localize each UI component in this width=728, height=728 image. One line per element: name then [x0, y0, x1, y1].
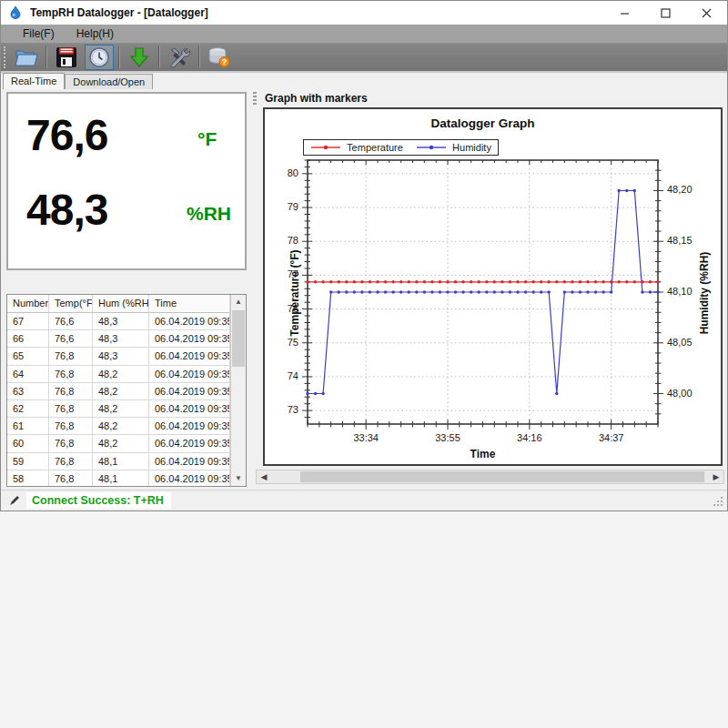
- left-axis-title: Temperature (°F): [288, 243, 301, 343]
- readout-panel: 76,6 °F 48,3 %RH: [6, 92, 247, 270]
- scroll-up-icon[interactable]: ▲: [231, 295, 246, 309]
- table-cell: 76,8: [49, 400, 93, 418]
- menu-help[interactable]: Help(H): [66, 25, 125, 44]
- table-cell: 06.04.2019 09:35:23: [149, 383, 230, 400]
- x-axis-title: Time: [308, 448, 658, 460]
- chart-title: Datalogger Graph: [308, 116, 658, 130]
- svg-text:?: ?: [222, 57, 228, 66]
- table-cell: 65: [7, 348, 49, 365]
- table-header-cell[interactable]: Number: [7, 295, 49, 313]
- table-cell: 48,3: [93, 313, 149, 330]
- table-row[interactable]: 6076,848,206.04.2019 09:35:16: [7, 435, 230, 452]
- table-row[interactable]: 6476,848,206.04.2019 09:35:25: [7, 366, 230, 383]
- graph-panel-header: Graph with markers: [265, 92, 368, 105]
- table-header-cell[interactable]: Time: [149, 295, 230, 313]
- toolbar-separator: [198, 46, 200, 68]
- y-right-tick-label: 48,05: [667, 337, 703, 348]
- y-right-tick-label: 48,15: [667, 235, 703, 246]
- clock-icon: [88, 46, 110, 68]
- table-cell: 59: [7, 453, 49, 470]
- table-row[interactable]: 6276,848,206.04.2019 09:35:21: [7, 400, 230, 418]
- menu-file[interactable]: File(F): [12, 25, 66, 44]
- table-cell: 48,2: [93, 366, 149, 383]
- app-window: TempRH Datalogger - [Datalogger] File(F)…: [0, 0, 728, 511]
- resize-grip-icon[interactable]: [712, 495, 724, 508]
- temperature-unit: °F: [197, 128, 217, 150]
- table-cell: 06.04.2019 09:35:27: [149, 348, 230, 365]
- table-row[interactable]: 6776,648,306.04.2019 09:35:31: [7, 313, 230, 330]
- table-row[interactable]: 6576,848,306.04.2019 09:35:27: [7, 348, 230, 365]
- scroll-right-icon[interactable]: ▶: [709, 470, 723, 483]
- title-bar: TempRH Datalogger - [Datalogger]: [1, 1, 727, 25]
- table-cell: 76,8: [49, 383, 93, 400]
- table-cell: 58: [7, 470, 49, 486]
- graph-scroll-thumb[interactable]: [300, 471, 704, 482]
- y-left-tick-label: 78: [275, 235, 298, 246]
- humidity-unit: %RH: [187, 203, 231, 225]
- table-row[interactable]: 6176,848,206.04.2019 09:35:18: [7, 418, 230, 435]
- table-scrollbar[interactable]: ▲ ▼: [230, 295, 246, 486]
- close-button[interactable]: [686, 1, 727, 25]
- temperature-value: 76,6: [26, 110, 107, 160]
- hammer-wrench-icon: [167, 46, 191, 68]
- scroll-down-icon[interactable]: ▼: [231, 471, 246, 486]
- toolbar-grip[interactable]: [4, 46, 6, 68]
- table-row[interactable]: 5976,848,106.04.2019 09:35:14: [7, 453, 230, 470]
- pane-splitter[interactable]: [253, 92, 257, 105]
- device-info-button[interactable]: ?: [205, 45, 234, 70]
- graph-scrollbar[interactable]: ◀ ▶: [256, 470, 724, 484]
- table-cell: 76,8: [49, 348, 93, 365]
- x-tick-label: 33:34: [346, 432, 386, 443]
- table-cell: 76,8: [49, 366, 93, 383]
- table-row[interactable]: 5876,848,106.04.2019 09:35:12: [7, 470, 230, 486]
- table-cell: 64: [7, 366, 49, 383]
- table-cell: 06.04.2019 09:35:16: [149, 435, 230, 452]
- table-header-cell[interactable]: Temp(°F): [49, 295, 93, 313]
- table-cell: 48,3: [93, 330, 149, 348]
- status-bar: Connect Success: T+RH: [1, 490, 727, 511]
- table-cell: 76,8: [49, 435, 93, 452]
- datalogger-chart: Datalogger Graph Temperature Humidity Te…: [263, 107, 723, 466]
- table-cell: 06.04.2019 09:35:14: [149, 453, 230, 470]
- table-cell: 48,1: [93, 453, 149, 470]
- table-scroll-thumb[interactable]: [232, 310, 245, 367]
- download-data-button[interactable]: [125, 45, 154, 70]
- table-cell: 66: [7, 330, 49, 348]
- table-cell: 06.04.2019 09:35:29: [149, 330, 230, 348]
- data-table-body: 6776,648,306.04.2019 09:35:316676,648,30…: [7, 313, 230, 486]
- table-cell: 61: [7, 418, 49, 435]
- x-tick-label: 34:37: [592, 432, 632, 443]
- table-header-cell[interactable]: Hum (%RH): [93, 295, 149, 313]
- y-left-tick-label: 80: [275, 167, 298, 178]
- scroll-left-icon[interactable]: ◀: [257, 470, 271, 483]
- green-download-arrow-icon: [129, 46, 149, 68]
- humidity-value: 48,3: [26, 185, 107, 235]
- table-row[interactable]: 6376,848,206.04.2019 09:35:23: [7, 383, 230, 400]
- settings-tools-button[interactable]: [165, 45, 194, 70]
- desktop: TempRH Datalogger - [Datalogger] File(F)…: [0, 0, 728, 728]
- maximize-button[interactable]: [645, 1, 686, 25]
- table-cell: 76,8: [49, 470, 93, 486]
- menu-bar: File(F) Help(H): [1, 25, 727, 44]
- table-row[interactable]: 6676,648,306.04.2019 09:35:29: [7, 330, 230, 348]
- x-tick-label: 34:16: [510, 432, 550, 443]
- open-file-button[interactable]: [12, 45, 41, 70]
- minimize-button[interactable]: [604, 1, 645, 25]
- database-question-icon: ?: [207, 46, 231, 68]
- table-cell: 48,2: [93, 400, 149, 418]
- table-cell: 06.04.2019 09:35:12: [149, 470, 230, 486]
- plot-area: [308, 160, 658, 424]
- tab-real-time[interactable]: Real-Time: [3, 73, 65, 89]
- table-cell: 06.04.2019 09:35:18: [149, 418, 230, 435]
- table-cell: 76,8: [49, 418, 93, 435]
- table-cell: 48,1: [93, 470, 149, 486]
- realtime-clock-button[interactable]: [85, 45, 114, 70]
- tab-download-open[interactable]: Download/Open: [65, 74, 153, 89]
- y-left-tick-label: 77: [275, 268, 298, 279]
- y-left-tick-label: 75: [275, 337, 298, 348]
- legend-temperature: Temperature: [310, 142, 403, 153]
- table-cell: 48,2: [93, 418, 149, 435]
- y-left-tick-label: 74: [275, 370, 298, 381]
- save-button[interactable]: [52, 45, 81, 70]
- data-table: NumberTemp(°F)Hum (%RH)Time 6776,648,306…: [6, 294, 247, 487]
